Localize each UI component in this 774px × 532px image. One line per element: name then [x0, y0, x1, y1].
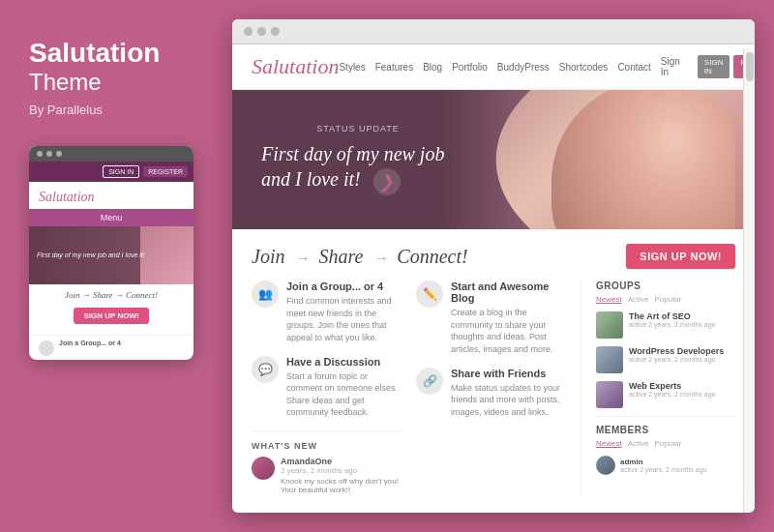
nav-styles[interactable]: Styles	[339, 62, 365, 73]
author-label: By Parallelus	[29, 103, 160, 117]
members-tab-newest[interactable]: Newest	[596, 439, 622, 448]
group-avatar-web	[596, 381, 623, 408]
join-group-text: Join a Group... or 4 Find common interes…	[286, 281, 402, 343]
features-grid: 👥 Join a Group... or 4 Find common inter…	[252, 281, 735, 494]
nav-buddypress[interactable]: BuddyPress	[497, 62, 550, 73]
whats-new-section: WHAT'S NEW AmandaOne 2 years, 2 months a…	[252, 430, 402, 494]
hero-status-text: First day of my new job and I love it! ❯	[261, 141, 455, 194]
share-title: Share with Friends	[451, 368, 566, 379]
whats-new-content: AmandaOne 2 years, 2 months ago Knock my…	[281, 457, 402, 494]
whats-new-item: AmandaOne 2 years, 2 months ago Knock my…	[252, 457, 402, 494]
mobile-register-btn[interactable]: REGISTER	[143, 166, 188, 177]
groups-tabs: Newest Active Popular	[596, 295, 735, 304]
mobile-dot-2	[46, 151, 52, 157]
members-section: MEMBERS Newest Active Popular admin acti…	[596, 416, 735, 475]
nav-signin[interactable]: Sign In	[661, 56, 680, 77]
group-avatar-wp	[596, 346, 623, 373]
feature-blog: ✏️ Start and Awesome Blog Create a blog …	[416, 281, 566, 355]
blog-desc: Create a blog in the community to share …	[451, 307, 566, 355]
join-header: Join → Share → Connect! SIGN UP NOW!	[252, 244, 735, 269]
group-name-seo: The Art of SEO	[629, 311, 716, 321]
scroll-thumb[interactable]	[746, 52, 754, 81]
theme-title: Salutation Theme By Parallelus	[29, 39, 160, 146]
site-header: Salutation Styles Features Blog Portfoli…	[232, 44, 755, 90]
mobile-preview: SIGN IN REGISTER Salutation Menu First d…	[29, 146, 194, 360]
group-item-seo: The Art of SEO active 2 years, 2 months …	[596, 311, 735, 339]
join-arrow-1: →	[294, 250, 313, 266]
hero-status-label: STATUS UPDATE	[261, 124, 455, 133]
signin-button[interactable]: SIGN IN	[698, 55, 730, 78]
user-avatar	[252, 457, 275, 480]
hero-arrow-icon: ❯	[373, 168, 401, 195]
member-meta-admin: active 2 years, 2 months ago	[620, 466, 707, 473]
mobile-signin-btn[interactable]: SIGN IN	[103, 165, 139, 178]
group-item-wp: WordPress Developers active 2 years, 2 m…	[596, 346, 735, 373]
group-name-web: Web Experts	[629, 381, 716, 391]
mobile-menu-btn[interactable]: Menu	[29, 209, 194, 226]
whats-new-user: AmandaOne	[281, 457, 402, 466]
hero-content: STATUS UPDATE First day of my new job an…	[232, 104, 484, 214]
mobile-feature-row: Join a Group... or 4	[29, 335, 194, 360]
member-avatar-admin	[596, 456, 615, 475]
hero-status-message: First day of my new job and I love it!	[261, 143, 444, 190]
browser-topbar	[232, 19, 755, 44]
members-tab-popular[interactable]: Popular	[654, 439, 681, 448]
browser-dot-2	[257, 27, 266, 36]
mobile-join-area: Join → Share → Connect! SIGN UP NOW!	[29, 284, 194, 335]
site-logo: Salutation	[252, 54, 339, 79]
groups-tab-popular[interactable]: Popular	[654, 295, 681, 304]
mobile-feature-label: Join a Group... or 4	[59, 340, 121, 346]
join-group-title: Join a Group... or 4	[286, 281, 402, 292]
nav-portfolio[interactable]: Portfolio	[452, 62, 488, 73]
feature-join-group: 👥 Join a Group... or 4 Find common inter…	[252, 281, 402, 343]
site-hero: STATUS UPDATE First day of my new job an…	[232, 90, 755, 229]
browser-content: Salutation Styles Features Blog Portfoli…	[232, 44, 755, 509]
join-title: Join → Share → Connect!	[252, 246, 468, 268]
blog-title: Start and Awesome Blog	[451, 281, 566, 304]
mobile-signup-button[interactable]: SIGN UP NOW!	[74, 308, 148, 324]
mobile-join-text: Join → Share → Connect!	[39, 290, 184, 300]
group-meta-wp: active 2 years, 2 months ago	[629, 356, 724, 363]
main-browser-preview: Salutation Styles Features Blog Portfoli…	[232, 19, 755, 513]
feature-discussion: 💬 Have a Discussion Start a forum topic …	[252, 356, 402, 419]
features-col-mid: ✏️ Start and Awesome Blog Create a blog …	[416, 281, 580, 494]
discussion-desc: Start a forum topic or comment on someon…	[286, 370, 402, 419]
group-avatar-seo	[596, 311, 623, 339]
feature-share: 🔗 Share with Friends Make status updates…	[416, 368, 566, 419]
mobile-hero: First day of my new job and I love it!	[29, 226, 194, 284]
nav-contact[interactable]: Contact	[617, 62, 650, 73]
mobile-nav: SIGN IN REGISTER	[29, 162, 194, 182]
mobile-hero-status: First day of my new job and I love it!	[37, 251, 145, 260]
member-name-admin: admin	[620, 458, 707, 466]
share-text: Share with Friends Make status updates t…	[451, 368, 566, 419]
share-label: Share	[318, 246, 363, 267]
scrollbar[interactable]	[743, 48, 755, 513]
group-item-web: Web Experts active 2 years, 2 months ago	[596, 381, 735, 408]
join-group-icon: 👥	[252, 281, 279, 308]
share-desc: Make status updates to your friends and …	[451, 382, 566, 419]
group-info-wp: WordPress Developers active 2 years, 2 m…	[629, 346, 724, 363]
members-tab-active[interactable]: Active	[628, 439, 649, 448]
groups-tab-active[interactable]: Active	[628, 295, 649, 304]
nav-blog[interactable]: Blog	[423, 62, 442, 73]
group-info-seo: The Art of SEO active 2 years, 2 months …	[629, 311, 716, 328]
groups-sidebar: GROUPS Newest Active Popular The Art of …	[580, 281, 735, 494]
members-title: MEMBERS	[596, 425, 735, 435]
mobile-hero-text: First day of my new job and I love it!	[29, 245, 153, 266]
group-meta-seo: active 2 years, 2 months ago	[629, 321, 716, 328]
group-meta-web: active 2 years, 2 months ago	[629, 391, 716, 398]
nav-shortcodes[interactable]: Shortcodes	[559, 62, 609, 73]
signup-button[interactable]: SIGN UP NOW!	[626, 244, 735, 269]
mobile-dot-1	[37, 151, 43, 157]
blog-text: Start and Awesome Blog Create a blog in …	[451, 281, 566, 355]
nav-features[interactable]: Features	[375, 62, 413, 73]
groups-tab-newest[interactable]: Newest	[596, 295, 622, 304]
groups-title: GROUPS	[596, 281, 735, 291]
browser-dot-3	[271, 27, 280, 36]
blog-icon: ✏️	[416, 281, 443, 308]
whats-new-text: Knock my socks off why don't you! Your b…	[281, 477, 402, 494]
mobile-logo-area: Salutation	[29, 182, 194, 209]
title-thin: Theme	[29, 69, 160, 97]
site-nav: Styles Features Blog Portfolio BuddyPres…	[339, 55, 755, 78]
browser-dot-1	[244, 27, 253, 36]
